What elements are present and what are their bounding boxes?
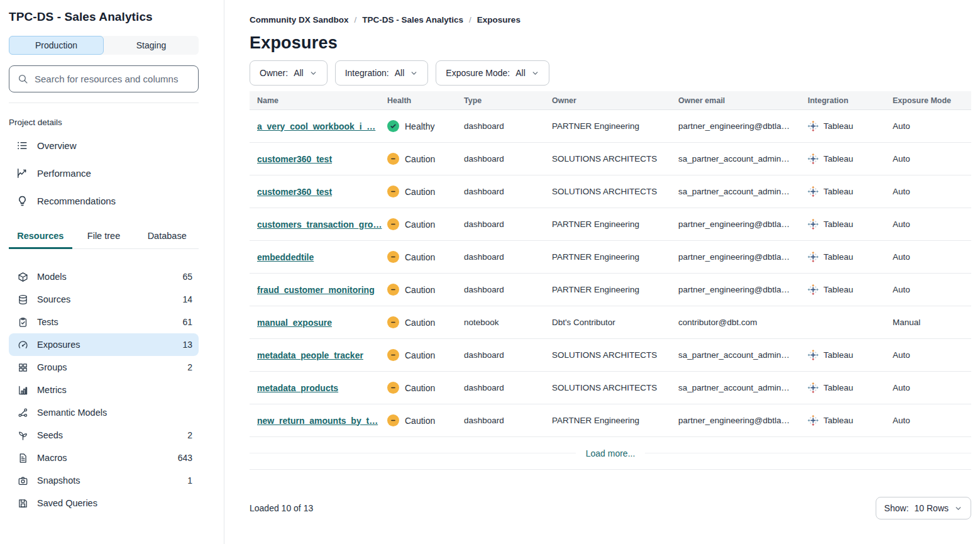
cell-owner: SOLUTIONS ARCHITECTS <box>552 383 678 392</box>
resource-label: Saved Queries <box>37 498 192 508</box>
cell-owner-email: sa_partner_account_admin… <box>678 154 808 164</box>
exposure-name-link[interactable]: manual_exposure <box>257 318 332 328</box>
resource-count: 61 <box>182 317 192 327</box>
exposure-name-link[interactable]: metadata_products <box>257 383 338 393</box>
resource-label: Metrics <box>37 385 192 395</box>
sidebar-item-exposures[interactable]: Exposures13 <box>9 333 199 356</box>
tableau-icon <box>808 121 818 131</box>
tableau-icon <box>808 284 818 295</box>
chevron-down-icon <box>309 69 317 77</box>
sidebar-item-performance[interactable]: Performance <box>9 162 199 184</box>
tab-resources[interactable]: Resources <box>9 225 72 249</box>
cell-owner-email: sa_partner_account_admin… <box>678 187 808 196</box>
filter-integration[interactable]: Integration:All <box>335 60 429 86</box>
sidebar-item-metrics[interactable]: Metrics <box>9 379 199 401</box>
cell-health: Caution <box>387 382 464 394</box>
breadcrumb-separator: / <box>355 15 357 25</box>
sidebar-item-sources[interactable]: Sources14 <box>9 288 199 311</box>
table-row: fraud_customer_monitoringCautiondashboar… <box>250 274 971 306</box>
search-box[interactable] <box>9 65 199 92</box>
health-label: Caution <box>405 318 435 328</box>
exposure-name-link[interactable]: customers_transaction_gro… <box>257 219 382 230</box>
health-label: Caution <box>405 154 435 164</box>
cell-owner: PARTNER Engineering <box>552 285 678 294</box>
cell-owner-email: partner_engineering@dbtla… <box>678 416 808 425</box>
tab-database[interactable]: Database <box>135 225 199 249</box>
env-tab-production[interactable]: Production <box>9 36 104 55</box>
cell-owner: SOLUTIONS ARCHITECTS <box>552 350 678 360</box>
resource-label: Exposures <box>37 340 173 350</box>
sidebar-item-tests[interactable]: Tests61 <box>9 311 199 333</box>
cell-health: Caution <box>387 349 464 361</box>
exposure-name-link[interactable]: a_very_cool_workbook_i_… <box>257 121 375 131</box>
filter-value: All <box>515 68 526 78</box>
sidebar-item-snapshots[interactable]: Snapshots1 <box>9 469 199 492</box>
resource-nav: Models65Sources14Tests61Exposures13Group… <box>9 265 199 514</box>
table-row: metadata_productsCautiondashboardSOLUTIO… <box>250 372 971 404</box>
health-label: Caution <box>405 350 435 360</box>
sidebar-item-overview[interactable]: Overview <box>9 135 199 156</box>
cell-name: a_very_cool_workbook_i_… <box>250 121 387 131</box>
table-row: a_very_cool_workbook_i_…Healthydashboard… <box>250 110 971 143</box>
main-content: Community DX Sandbox/TPC-DS - Sales Anal… <box>224 0 980 544</box>
breadcrumb-item-tpc-ds-sales-analytics[interactable]: TPC-DS - Sales Analytics <box>362 15 463 25</box>
cell-exposure-mode: Auto <box>893 187 971 196</box>
cell-integration: Tableau <box>808 284 893 295</box>
cell-type: dashboard <box>464 350 552 360</box>
chevron-down-icon <box>531 69 539 77</box>
cell-name: metadata_products <box>250 383 387 393</box>
sidebar-item-recommendations[interactable]: Recommendations <box>9 190 199 211</box>
health-label: Caution <box>405 187 435 197</box>
resource-count: 643 <box>178 453 192 463</box>
sidebar-item-groups[interactable]: Groups2 <box>9 356 199 379</box>
sidebar-item-label: Performance <box>37 168 91 179</box>
filter-exposure-mode[interactable]: Exposure Mode:All <box>436 60 549 86</box>
health-label: Caution <box>405 416 435 426</box>
cell-type: dashboard <box>464 252 552 262</box>
table-row: customers_transaction_gro…Cautiondashboa… <box>250 208 971 241</box>
load-more-button[interactable]: Load more... <box>576 448 646 458</box>
tab-file-tree[interactable]: File tree <box>72 225 136 249</box>
filter-label: Exposure Mode: <box>446 68 510 78</box>
integration-label: Tableau <box>823 187 853 196</box>
sidebar-item-semantic-models[interactable]: Semantic Models <box>9 401 199 424</box>
sidebar-item-seeds[interactable]: Seeds2 <box>9 424 199 447</box>
exposure-name-link[interactable]: embeddedtile <box>257 252 314 262</box>
recommendations-icon <box>16 195 28 207</box>
search-input[interactable] <box>35 74 190 84</box>
cell-health: Caution <box>387 251 464 263</box>
cell-owner: PARTNER Engineering <box>552 219 678 229</box>
column-header-integration: Integration <box>808 96 893 105</box>
sidebar-item-saved-queries[interactable]: Saved Queries <box>9 492 199 514</box>
integration-label: Tableau <box>823 154 853 164</box>
page-title: Exposures <box>250 33 971 53</box>
models-icon <box>18 272 28 282</box>
column-header-owner-email: Owner email <box>678 96 808 105</box>
tests-icon <box>18 317 28 328</box>
show-rows-button[interactable]: Show: 10 Rows <box>876 497 971 519</box>
exposure-name-link[interactable]: metadata_people_tracker <box>257 350 363 360</box>
exposure-name-link[interactable]: fraud_customer_monitoring <box>257 285 375 295</box>
cell-type: dashboard <box>464 416 552 425</box>
sidebar-item-macros[interactable]: Macros643 <box>9 447 199 469</box>
cell-type: dashboard <box>464 219 552 229</box>
cell-name: fraud_customer_monitoring <box>250 285 387 295</box>
integration-label: Tableau <box>823 252 853 262</box>
cell-exposure-mode: Manual <box>893 318 971 327</box>
cell-integration: Tableau <box>808 382 893 393</box>
resource-label: Semantic Models <box>37 408 192 418</box>
breadcrumb-item-community-dx-sandbox[interactable]: Community DX Sandbox <box>250 15 349 25</box>
exposure-name-link[interactable]: customer360_test <box>257 187 332 197</box>
cell-type: dashboard <box>464 121 552 131</box>
exposure-name-link[interactable]: customer360_test <box>257 154 332 164</box>
health-label: Caution <box>405 219 435 230</box>
sidebar-item-models[interactable]: Models65 <box>9 265 199 288</box>
column-header-type: Type <box>464 96 552 105</box>
cell-health: Caution <box>387 218 464 230</box>
env-tab-staging[interactable]: Staging <box>104 36 199 55</box>
exposure-name-link[interactable]: new_return_amounts_by_t… <box>257 416 378 426</box>
resource-count: 13 <box>182 340 192 350</box>
filter-value: All <box>395 68 405 78</box>
filter-owner[interactable]: Owner:All <box>250 60 328 86</box>
resource-count: 65 <box>182 272 192 282</box>
